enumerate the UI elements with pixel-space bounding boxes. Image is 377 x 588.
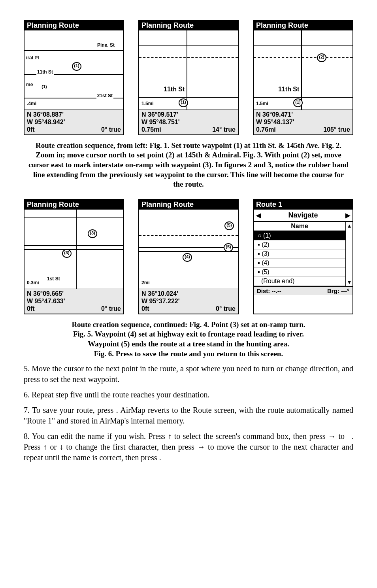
distance: 0.75mi: [141, 126, 161, 133]
waypoint-marker: (1): [72, 62, 81, 71]
waypoint-marker: (4): [183, 253, 192, 262]
route-footer: Dist: --.-- Brg: ---°: [254, 286, 352, 295]
screen-title: Planning Route: [139, 21, 238, 30]
route-item[interactable]: ○ (1): [254, 231, 345, 240]
caption-line: Fig. 5. Waypoint (4) set at highway exit…: [28, 329, 349, 339]
screen-title: Planning Route: [139, 200, 238, 210]
screen-title: Route 1: [254, 200, 352, 210]
coord-panel: N 36°09.665' W 95°47.633' 0ft 0° true: [25, 289, 123, 314]
coord-panel: N 36°08.887' W 95°48.942' 0ft 0° true: [25, 110, 123, 134]
step-5: 5. Move the cursor to the next point in …: [24, 363, 353, 385]
device-screen-fig5: Planning Route (5) (5) (4) 2mi N 36°10.0…: [138, 199, 239, 314]
route-column-header: Name: [254, 222, 345, 231]
arrow-left-icon: ◀: [256, 212, 261, 219]
bearing: 0° true: [101, 126, 121, 133]
route-item[interactable]: ▪ (3): [254, 250, 345, 259]
map-label: 11th St: [36, 69, 54, 75]
caption-2: Route creation sequence, continued: Fig.…: [28, 320, 349, 359]
coord-n: N 36°09.517': [141, 111, 236, 118]
coord-n: N 36°09.471': [256, 111, 350, 118]
coord-w: W 95°48.137': [256, 118, 350, 126]
coord-n: N 36°10.024': [141, 290, 236, 297]
screen-title: Planning Route: [25, 21, 123, 30]
map-area: 11th St 1.5mi (1): [139, 30, 238, 110]
step-7: 7. To save your route, press . AirMap re…: [24, 405, 353, 426]
bearing: 0° true: [216, 305, 236, 312]
figure-row-1: Planning Route Pine. St iral Pl 11th St …: [24, 20, 353, 135]
distance: 0.76mi: [256, 126, 276, 133]
coord-n: N 36°09.665': [27, 290, 121, 297]
map-label: 11th St: [163, 86, 185, 93]
distance: 0ft: [27, 305, 35, 312]
device-screen-fig1: Planning Route Pine. St iral Pl 11th St …: [24, 20, 124, 135]
caption-1: Route creation sequence, from left: Fig.…: [28, 141, 349, 189]
dist-label: Dist: --.--: [257, 287, 281, 294]
scroll-down-icon[interactable]: ▾: [348, 278, 351, 286]
caption-line: Route creation sequence, continued: Fig.…: [28, 320, 349, 330]
step-8: 8. You can edit the name if you wish. Pr…: [24, 431, 353, 463]
map-label: Pine. St: [96, 42, 115, 48]
device-screen-fig3: Planning Route 11th St 1.5mi (2) (1) N 3…: [253, 20, 353, 135]
map-label: 0.3mi: [26, 280, 40, 285]
map-area: Pine. St iral Pl 11th St me 21st St .4mi…: [25, 30, 123, 110]
screen-title: Planning Route: [25, 200, 123, 210]
route-item[interactable]: (Route end): [254, 277, 345, 286]
screen-title: Planning Route: [254, 21, 352, 30]
route-body: ◀ Navigate ▶ Name ○ (1) ▪ (2) ▪ (3) ▪ (4…: [254, 210, 352, 295]
map-area: (5) (5) (4) 2mi: [139, 210, 238, 289]
device-screen-fig2: Planning Route 11th St 1.5mi (1) N 36°09…: [138, 20, 239, 135]
route-item[interactable]: ▪ (4): [254, 259, 345, 268]
caption-line: Waypoint (5) ends the route at a tree st…: [28, 339, 349, 349]
map-label: 1st St: [46, 276, 61, 282]
map-area: 11th St 1.5mi (2) (1): [254, 30, 352, 110]
waypoint-marker: (1): [293, 98, 303, 107]
route-item[interactable]: ▪ (5): [254, 268, 345, 277]
figure-row-2: Planning Route (3) (3) 1st St 0.3mi N 36…: [24, 199, 353, 314]
coord-panel: N 36°10.024' W 95°37.222' 0ft 0° true: [139, 289, 238, 314]
coord-w: W 95°48.751': [141, 118, 236, 126]
waypoint-marker: (1): [40, 84, 48, 91]
coord-panel: N 36°09.471' W 95°48.137' 0.76mi 105° tr…: [254, 110, 352, 134]
route-list: ○ (1) ▪ (2) ▪ (3) ▪ (4) ▪ (5) (Route end…: [254, 231, 345, 286]
map-label: 1.5mi: [255, 101, 269, 106]
scroll-up-icon[interactable]: ▴: [348, 222, 351, 229]
waypoint-marker: (5): [224, 243, 233, 252]
coord-n: N 36°08.887': [27, 111, 121, 118]
bearing: 14° true: [212, 126, 236, 133]
distance: 0ft: [141, 305, 149, 312]
waypoint-marker: (3): [88, 229, 97, 238]
map-label: 11th St: [277, 86, 300, 93]
map-label: 1.5mi: [141, 101, 155, 106]
arrow-right-icon: ▶: [345, 212, 350, 219]
device-screen-fig4: Planning Route (3) (3) 1st St 0.3mi N 36…: [24, 199, 124, 314]
scrollbar[interactable]: ▴ ▾: [345, 222, 352, 286]
coord-w: W 95°37.222': [141, 297, 236, 305]
coord-w: W 95°48.942': [27, 118, 121, 126]
waypoint-marker: (1): [179, 98, 188, 107]
waypoint-marker: (2): [317, 53, 326, 62]
route-item[interactable]: ▪ (2): [254, 240, 345, 250]
waypoint-marker: (5): [224, 221, 234, 230]
navigate-label: Navigate: [288, 211, 318, 219]
map-label: me: [25, 82, 34, 87]
map-label: 21st St: [96, 93, 113, 98]
bearing: 0° true: [101, 305, 121, 312]
map-label: 2mi: [141, 280, 151, 285]
map-area: (3) (3) 1st St 0.3mi: [25, 210, 123, 289]
caption-line: Fig. 6. Press to save the route and you …: [28, 349, 349, 359]
coord-panel: N 36°09.517' W 95°48.751' 0.75mi 14° tru…: [139, 110, 238, 134]
coord-w: W 95°47.633': [27, 297, 121, 305]
map-label: .4mi: [26, 101, 37, 106]
bearing: 105° true: [323, 126, 350, 133]
device-screen-fig6: Route 1 ◀ Navigate ▶ Name ○ (1) ▪ (2) ▪ …: [253, 199, 353, 314]
brg-label: Brg: ---°: [327, 287, 349, 294]
waypoint-marker: (3): [62, 249, 72, 258]
navigate-command[interactable]: ◀ Navigate ▶: [254, 210, 352, 222]
step-6: 6. Repeat step five until the route reac…: [24, 389, 353, 400]
distance: 0ft: [27, 126, 35, 133]
map-label: iral Pl: [25, 55, 40, 61]
